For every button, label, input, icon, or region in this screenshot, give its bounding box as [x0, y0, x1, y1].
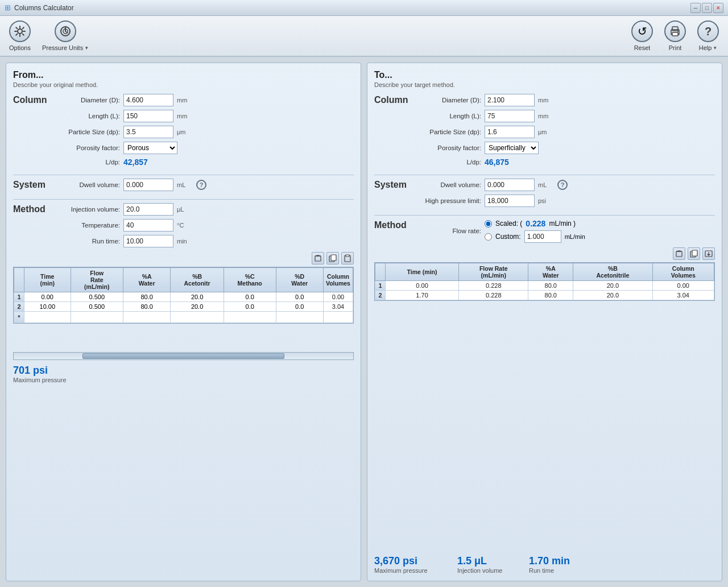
- svg-rect-18: [692, 250, 697, 256]
- from-col-time: Time(min): [24, 268, 71, 292]
- to-row1-time: 0.00: [386, 281, 459, 291]
- toolbar: Options Pressure Units ▼ ↺ Reset: [0, 16, 728, 57]
- to-pressure-value: 3,670 psi: [374, 555, 448, 567]
- app-icon: ⊞: [5, 3, 11, 12]
- to-col-pcb: %BAcetonitrile: [573, 263, 652, 281]
- from-empty-pca[interactable]: [123, 312, 170, 323]
- to-table-header-row: Time (min) Flow Rate(mL/min) %AWater %BA…: [375, 263, 714, 281]
- to-scaled-radio[interactable]: [485, 220, 492, 228]
- to-table-export-btn[interactable]: [702, 247, 715, 260]
- help-button[interactable]: ? Help ▼: [697, 20, 719, 51]
- close-button[interactable]: ✕: [713, 3, 723, 13]
- to-column-label: Column: [374, 94, 414, 167]
- to-particle-input[interactable]: [485, 126, 535, 138]
- from-dwell-help-icon[interactable]: ?: [196, 180, 206, 190]
- to-title: To...: [374, 70, 715, 80]
- to-diameter-row: Diameter (D): mm: [419, 94, 715, 106]
- maximize-button[interactable]: □: [702, 3, 712, 13]
- print-button[interactable]: Print: [664, 20, 686, 51]
- from-length-input[interactable]: [123, 110, 173, 122]
- from-row1-pcb[interactable]: [171, 292, 224, 302]
- from-dwell-label: Dwell volume:: [57, 181, 120, 188]
- to-method-section: Method Flow rate: Scaled: ( 0.228 mL/min…: [374, 219, 715, 243]
- to-dwell-label: Dwell volume:: [419, 181, 481, 188]
- from-extra-space: [13, 324, 354, 352]
- from-porosity-select[interactable]: Porous Superficially Monolithic: [123, 142, 177, 154]
- pressure-units-icon: [55, 20, 76, 42]
- reset-button[interactable]: ↺ Reset: [631, 20, 653, 51]
- from-empty-time[interactable]: [24, 312, 71, 323]
- to-injection-label: Injection volume: [457, 567, 520, 574]
- to-row1-pca: 80.0: [528, 281, 573, 291]
- from-empty-pcb[interactable]: [171, 312, 224, 323]
- pressure-units-button[interactable]: Pressure Units ▼: [42, 20, 89, 51]
- from-empty-num: *: [14, 312, 24, 323]
- from-row1-time[interactable]: [24, 292, 71, 302]
- from-row1-flowrate[interactable]: [71, 292, 123, 302]
- to-length-unit: mm: [538, 113, 554, 119]
- to-dwell-input[interactable]: [485, 179, 535, 191]
- from-table-scroll[interactable]: Time(min) FlowRate(mL/min) %AWater %BAce…: [13, 267, 354, 324]
- to-custom-input[interactable]: [524, 230, 561, 243]
- reset-icon: ↺: [631, 20, 653, 42]
- print-label: Print: [669, 44, 682, 51]
- to-diameter-input[interactable]: [485, 94, 535, 106]
- to-table-scroll[interactable]: Time (min) Flow Rate(mL/min) %AWater %BA…: [374, 262, 715, 301]
- from-row2-flowrate[interactable]: [71, 302, 123, 312]
- reset-label: Reset: [634, 44, 651, 51]
- from-diameter-label: Diameter (D):: [57, 97, 120, 104]
- pressure-units-dropdown-arrow: ▼: [84, 46, 89, 51]
- from-row2-pca[interactable]: [123, 302, 170, 312]
- from-runtime-input[interactable]: [123, 235, 173, 247]
- to-runtime-value: 1.70 min: [529, 555, 570, 567]
- options-button[interactable]: Options: [9, 20, 31, 51]
- to-custom-radio[interactable]: [485, 233, 492, 241]
- to-scaled-radio-row: Scaled: ( 0.228 mL/min ): [485, 219, 585, 228]
- from-row1-colvol: 0.00: [323, 292, 353, 302]
- from-dwell-unit: mL: [177, 181, 193, 188]
- from-temperature-unit: °C: [177, 222, 193, 229]
- to-porosity-label: Porosity factor:: [419, 144, 481, 151]
- from-temperature-input[interactable]: [123, 219, 173, 232]
- to-panel: To... Describe your target method. Colum…: [367, 63, 722, 581]
- from-temperature-row: Temperature: °C: [57, 219, 354, 232]
- from-injection-input[interactable]: [123, 203, 173, 216]
- to-row2-flowrate: 0.228: [459, 291, 528, 300]
- from-empty-pcd[interactable]: [276, 312, 323, 323]
- from-row2-time[interactable]: [24, 302, 71, 312]
- to-porosity-select[interactable]: Porous Superficially Monolithic: [485, 142, 539, 154]
- to-divider-1: [374, 175, 715, 175]
- from-diameter-input[interactable]: [123, 94, 173, 106]
- to-ldp-value: 46,875: [485, 158, 509, 167]
- from-table-delete-btn[interactable]: [312, 252, 324, 264]
- to-table-copy-btn[interactable]: [688, 247, 700, 260]
- to-length-input[interactable]: [485, 110, 535, 122]
- from-row2-pcc[interactable]: [224, 302, 276, 312]
- from-table-copy-btn[interactable]: [326, 252, 339, 264]
- to-col-flowrate: Flow Rate(mL/min): [459, 263, 528, 281]
- from-empty-flowrate[interactable]: [71, 312, 123, 323]
- to-row2-colvol: 3.04: [652, 291, 714, 300]
- from-row2-pcb[interactable]: [171, 302, 224, 312]
- from-empty-pcc[interactable]: [224, 312, 276, 323]
- from-runtime-row: Run time: min: [57, 235, 354, 247]
- from-particle-input[interactable]: [123, 126, 173, 138]
- from-table-paste-btn[interactable]: [341, 252, 354, 264]
- to-table-delete-btn[interactable]: [673, 247, 685, 260]
- from-row1-pcd[interactable]: [276, 292, 323, 302]
- from-dwell-input[interactable]: [123, 179, 173, 191]
- toolbar-left: Options Pressure Units ▼: [9, 20, 89, 51]
- to-pressure-limit-input[interactable]: [485, 195, 535, 207]
- from-ldp-row: L/dp: 42,857: [57, 158, 354, 167]
- from-table-scrollbar[interactable]: [13, 352, 354, 360]
- from-data-table: Time(min) FlowRate(mL/min) %AWater %BAce…: [14, 267, 353, 323]
- minimize-button[interactable]: ─: [690, 3, 701, 13]
- from-table-header-row: Time(min) FlowRate(mL/min) %AWater %BAce…: [14, 268, 353, 292]
- to-divider-2: [374, 215, 715, 216]
- from-row1-pcc[interactable]: [224, 292, 276, 302]
- to-dwell-help-icon[interactable]: ?: [557, 180, 568, 190]
- from-row2-pcd[interactable]: [276, 302, 323, 312]
- from-row1-pca[interactable]: [123, 292, 170, 302]
- from-runtime-label: Run time:: [57, 238, 120, 245]
- to-row1-colvol: 0.00: [652, 281, 714, 291]
